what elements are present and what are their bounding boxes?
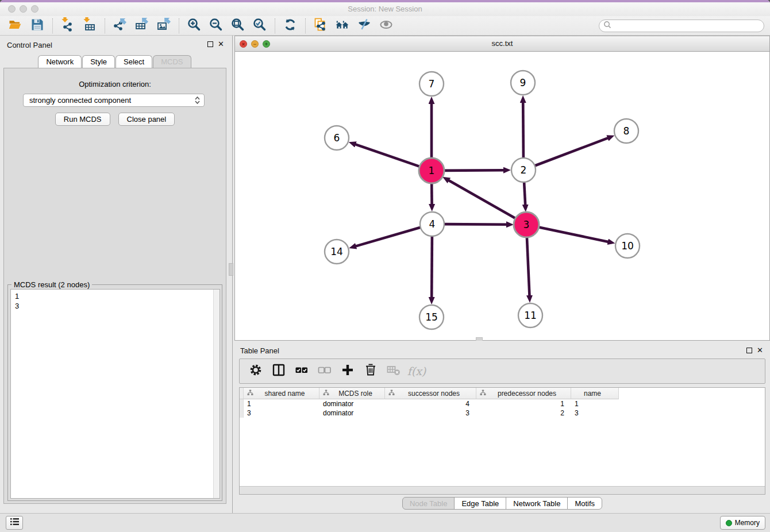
import-table-icon (82, 17, 97, 34)
svg-text:8: 8 (623, 125, 630, 137)
graph-node-6[interactable]: 6 (325, 126, 349, 150)
mcds-result-textarea[interactable]: 13 (10, 289, 220, 499)
graph-node-9[interactable]: 9 (511, 71, 535, 95)
import-network-button[interactable] (57, 17, 79, 34)
memory-button-label: Memory (735, 519, 760, 527)
float-panel-icon[interactable] (207, 41, 213, 47)
control-panel-header: Control Panel ✕ (0, 39, 230, 52)
graph-node-8[interactable]: 8 (614, 119, 638, 143)
show-columns-button[interactable] (268, 363, 289, 380)
graph-node-1[interactable]: 1 (419, 158, 444, 183)
graph-edge-3-10[interactable] (538, 227, 609, 242)
export-image-button[interactable] (153, 17, 175, 34)
tab-network-table[interactable]: Network Table (506, 497, 568, 510)
table-toolbar: f(x) (239, 358, 765, 384)
graph-edge-3-11[interactable] (527, 237, 530, 296)
graph-edge-1-6[interactable] (355, 144, 420, 167)
graph-edge-2-8[interactable] (535, 138, 609, 165)
refresh-network-button[interactable] (279, 17, 301, 34)
hide-graphics-icon (357, 17, 372, 34)
graph-edge-4-14[interactable] (356, 228, 421, 246)
zoom-selected-button[interactable] (249, 17, 271, 34)
graph-edge-4-15[interactable] (432, 236, 432, 298)
select-all-columns-button[interactable] (291, 363, 312, 380)
import-table-button[interactable] (79, 17, 101, 34)
optimization-criterion-label: Optimization criterion: (4, 80, 226, 88)
run-mcds-button[interactable]: Run MCDS (55, 113, 110, 126)
tab-mcds[interactable]: MCDS (153, 55, 191, 68)
table-row[interactable]: 3dominator323 (240, 408, 619, 418)
open-session-button[interactable] (5, 17, 26, 34)
task-history-button[interactable] (6, 516, 23, 530)
graph-node-10[interactable]: 10 (615, 234, 640, 258)
graph-edge-2-9[interactable] (523, 102, 523, 158)
table-cell: 3 (244, 408, 319, 418)
column-header-predecessor-nodes[interactable]: predecessor nodes (476, 388, 571, 399)
mcds-tab-content: Optimization criterion: strongly connect… (3, 68, 226, 504)
toolbar-separator (52, 18, 53, 33)
close-panel-button[interactable]: Close panel (118, 113, 175, 126)
graph-edge-2-3[interactable] (524, 182, 525, 205)
zoom-in-button[interactable] (183, 17, 205, 34)
column-header-shared-name[interactable]: shared name (244, 388, 319, 399)
zoom-out-button[interactable] (205, 17, 227, 34)
tab-style[interactable]: Style (82, 55, 115, 68)
memory-button[interactable]: Memory (720, 516, 765, 530)
graph-node-15[interactable]: 15 (419, 305, 444, 329)
tab-edge-table[interactable]: Edge Table (454, 497, 506, 510)
scrollbar-track[interactable] (240, 486, 765, 494)
home-view-button[interactable] (332, 17, 353, 34)
column-header-MCDS-role[interactable]: MCDS role (319, 388, 385, 399)
graph-node-14[interactable]: 14 (325, 240, 349, 264)
graph-edge-1-2[interactable] (444, 170, 504, 171)
float-panel-icon[interactable] (746, 348, 752, 353)
hide-graphics-button[interactable] (353, 17, 375, 34)
column-type-icon (319, 390, 331, 398)
close-panel-icon[interactable]: ✕ (757, 347, 763, 354)
export-table-button[interactable] (131, 17, 153, 34)
close-panel-icon[interactable]: ✕ (218, 41, 224, 48)
graph-node-2[interactable]: 2 (511, 158, 536, 182)
tab-node-table[interactable]: Node Table (402, 497, 455, 510)
tab-motifs[interactable]: Motifs (567, 497, 602, 510)
tab-select[interactable]: Select (116, 55, 152, 68)
export-network-button[interactable] (109, 17, 131, 34)
graph-node-7[interactable]: 7 (419, 72, 444, 96)
deselect-all-columns-button[interactable] (314, 363, 335, 380)
table-row[interactable]: 1dominator411 (240, 399, 619, 408)
refresh-network-icon (283, 17, 298, 34)
table-settings-button[interactable] (245, 363, 266, 380)
graph-edge-4-3[interactable] (444, 224, 507, 225)
search-input[interactable] (611, 21, 764, 31)
zoom-fit-button[interactable] (227, 17, 249, 34)
table-cell: 3 (571, 408, 619, 418)
chevron-up-down-icon (195, 97, 200, 104)
criterion-dropdown[interactable]: strongly connected component (23, 94, 205, 107)
network-canvas[interactable]: 7968124314101511 (235, 52, 769, 340)
column-header-name[interactable]: name (571, 388, 619, 399)
add-column-button[interactable] (337, 363, 358, 380)
show-columns-icon (271, 363, 286, 380)
delete-table-button (383, 363, 404, 380)
graph-node-11[interactable]: 11 (518, 303, 542, 327)
column-header-successor-nodes[interactable]: successor nodes (385, 388, 476, 399)
show-graphics-icon (379, 17, 394, 34)
splitter-handle[interactable] (229, 263, 233, 276)
scrollbar-track[interactable] (213, 290, 220, 498)
mcds-result-line: 1 (15, 291, 19, 301)
delete-column-button[interactable] (360, 363, 381, 380)
network-window-titlebar[interactable]: × − + scc.txt (235, 36, 769, 52)
main-toolbar (0, 16, 770, 36)
clone-network-button[interactable] (310, 17, 332, 34)
show-graphics-button[interactable] (375, 17, 397, 34)
tab-network[interactable]: Network (38, 55, 82, 68)
search-box[interactable] (599, 20, 764, 32)
graph-node-3[interactable]: 3 (514, 212, 539, 237)
mcds-result-lines: 13 (15, 291, 19, 311)
save-session-button[interactable] (26, 17, 48, 34)
graph-edge-3-1[interactable] (449, 180, 516, 219)
toolbar-separator (305, 18, 306, 33)
search-icon (603, 21, 611, 31)
network-window-title: scc.txt (235, 39, 769, 48)
graph-node-4[interactable]: 4 (420, 212, 444, 236)
